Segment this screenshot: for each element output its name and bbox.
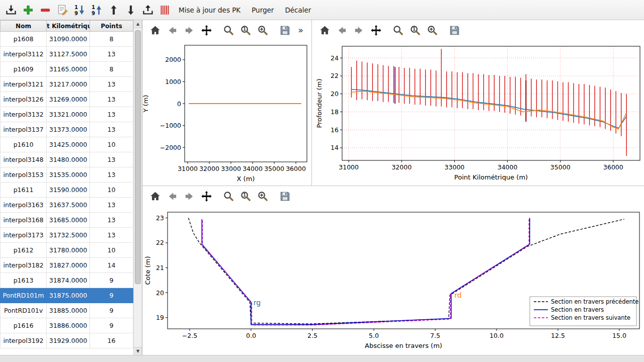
table-row[interactable]: p161631886.00009 <box>1 318 133 333</box>
table-row[interactable]: p161031425.000010 <box>1 137 133 152</box>
home-button[interactable] <box>318 24 331 37</box>
column-header-nom[interactable]: Nom <box>1 21 47 32</box>
zoom-button[interactable] <box>391 24 405 37</box>
table-row[interactable]: interpol314831480.000013 <box>1 152 133 167</box>
forward-button[interactable] <box>183 190 196 203</box>
scroll-down-button[interactable]: ▼ <box>134 347 142 355</box>
sort-descending-button[interactable]: 19 <box>71 2 88 18</box>
table-row[interactable]: interpol313231321.000013 <box>1 107 133 122</box>
cell-pk: 31321.0000 <box>47 107 90 122</box>
table-row[interactable]: p160831090.00008 <box>1 32 133 47</box>
table-row[interactable]: interpol311231127.500013 <box>1 47 133 62</box>
add-profile-button[interactable] <box>20 2 36 18</box>
forward-button[interactable] <box>183 24 196 37</box>
zoom-plus-button[interactable] <box>256 190 269 203</box>
table-row[interactable]: PontRD101v31885.00009 <box>1 303 133 318</box>
svg-text:18: 18 <box>331 108 339 116</box>
table-row[interactable]: PontRD101m31875.00009 <box>1 288 133 303</box>
cell-pk: 31875.0000 <box>47 288 90 303</box>
shift-button[interactable]: Décaler <box>279 4 316 17</box>
table-row[interactable]: p161131590.000010 <box>1 183 133 198</box>
cell-points: 13 <box>90 92 133 107</box>
pan-icon <box>370 24 382 37</box>
zoom-one-button[interactable]: 1 <box>239 190 252 203</box>
table-row[interactable]: interpol316331637.500013 <box>1 198 133 213</box>
zoom-one-icon: 1 <box>239 24 252 37</box>
scroll-up-button[interactable]: ▲ <box>134 20 142 28</box>
sections-button[interactable] <box>157 2 173 18</box>
edit-profile-button[interactable] <box>54 2 70 18</box>
move-up-button[interactable] <box>106 2 122 18</box>
zoom-plus-button[interactable] <box>256 24 269 37</box>
plan-view-panel: 1» 3100032000330003400035000360002000100… <box>142 20 312 186</box>
home-button[interactable] <box>148 190 162 203</box>
table-row[interactable]: interpol318231827.000014 <box>1 258 133 273</box>
save-figure-button[interactable] <box>278 24 291 37</box>
purge-button[interactable]: Purger <box>246 4 279 17</box>
table-row[interactable]: interpol312131217.000013 <box>1 77 133 92</box>
cell-points: 10 <box>90 183 133 198</box>
svg-text:16: 16 <box>331 126 339 134</box>
remove-profile-button[interactable] <box>37 2 53 18</box>
home-button[interactable] <box>148 24 162 37</box>
svg-text:21: 21 <box>156 264 164 272</box>
move-down-button[interactable] <box>123 2 139 18</box>
plan-view-chart[interactable]: 310003200033000340003500036000200010000−… <box>142 40 311 186</box>
pan-button[interactable] <box>200 24 213 37</box>
scrollbar-thumb[interactable] <box>135 30 141 284</box>
toolbar-overflow-button[interactable]: » <box>298 25 303 35</box>
save-figure-button[interactable] <box>278 190 291 203</box>
table-scrollbar[interactable]: ▲ ▼ <box>133 20 142 355</box>
svg-text:33000: 33000 <box>221 165 241 172</box>
zoom-one-button[interactable]: 1 <box>409 24 422 37</box>
table-row[interactable]: interpol319231929.000016 <box>1 333 133 348</box>
cell-nom: p1611 <box>1 183 47 198</box>
cell-pk: 31886.0000 <box>47 318 90 333</box>
svg-text:5.0: 5.0 <box>369 332 379 339</box>
zoom-one-button[interactable]: 1 <box>239 24 252 37</box>
cell-points: 9 <box>90 318 133 333</box>
cell-pk: 31090.0000 <box>47 32 90 47</box>
svg-text:Section en travers: Section en travers <box>551 306 604 313</box>
table-row[interactable]: interpol317331732.500013 <box>1 228 133 243</box>
svg-text:22: 22 <box>156 239 164 246</box>
depth-profile-plot: 3100032000330003400035000360001416182022… <box>312 40 644 187</box>
table-row[interactable]: interpol315331535.000013 <box>1 167 133 183</box>
zoom-plus-button[interactable] <box>426 24 439 37</box>
svg-text:12.5: 12.5 <box>551 332 565 339</box>
back-button[interactable] <box>166 24 179 37</box>
table-row[interactable]: interpol312631269.000013 <box>1 92 133 107</box>
column-header-pk[interactable]: t Kilométriqu <box>47 21 90 32</box>
cell-points: 16 <box>90 333 133 348</box>
save-figure-button[interactable] <box>448 24 461 37</box>
update-pk-button[interactable]: Mise à jour des PK <box>173 4 246 17</box>
column-header-points[interactable]: Points <box>90 21 133 32</box>
svg-text:32000: 32000 <box>199 165 219 172</box>
svg-text:35000: 35000 <box>264 165 284 172</box>
forward-button[interactable] <box>352 24 365 37</box>
svg-text:1000: 1000 <box>165 78 181 85</box>
table-row[interactable]: p161331874.00009 <box>1 273 133 288</box>
back-button[interactable] <box>335 24 348 37</box>
sort-ascending-button[interactable]: 19 <box>89 2 105 18</box>
depth-profile-chart[interactable]: 3100032000330003400035000360001416182022… <box>312 40 644 186</box>
table-row[interactable]: interpol313731373.000013 <box>1 122 133 137</box>
export-button[interactable] <box>140 2 156 18</box>
zoom-button[interactable] <box>222 190 235 203</box>
zoom-one-icon: 1 <box>409 24 422 37</box>
svg-text:10.0: 10.0 <box>490 332 504 339</box>
svg-text:23: 23 <box>156 214 164 222</box>
cell-points: 9 <box>90 303 133 318</box>
pan-button[interactable] <box>200 190 213 203</box>
table-row[interactable]: p161231780.000010 <box>1 243 133 258</box>
cross-section-chart[interactable]: −2.50.02.55.07.510.012.515.01920212223Ab… <box>142 206 644 355</box>
import-button[interactable] <box>3 2 19 18</box>
svg-text:1: 1 <box>92 5 95 10</box>
pan-button[interactable] <box>369 24 382 37</box>
profiles-panel: Nomt KilométriquPoints p160831090.00008i… <box>0 20 142 355</box>
main-toolbar-icons: 1919 <box>3 2 173 18</box>
table-row[interactable]: p160931165.00008 <box>1 62 133 77</box>
table-row[interactable]: interpol316831685.000013 <box>1 213 133 228</box>
back-button[interactable] <box>166 190 179 203</box>
zoom-button[interactable] <box>222 24 235 37</box>
